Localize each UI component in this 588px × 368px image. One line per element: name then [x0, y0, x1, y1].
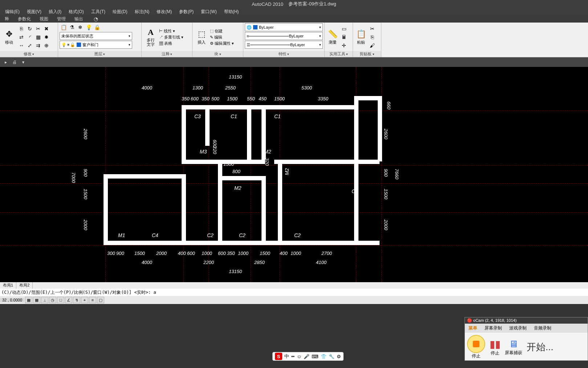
mleader-button[interactable]: ↗ 多重引线 ▾ [159, 35, 183, 40]
copy-clip-icon[interactable]: ⎘ [368, 33, 376, 41]
panel-props-label[interactable]: 特性 [243, 51, 324, 57]
ocam-stop-button[interactable]: 停止 [467, 335, 485, 359]
layout-tab-2[interactable]: 布局2 [16, 282, 33, 289]
stretch-icon[interactable]: ↔ [17, 41, 25, 49]
lwt-icon[interactable]: ≡ [89, 297, 96, 303]
edit-attr-button[interactable]: ⚙ 编辑属性 ▾ [210, 41, 234, 46]
menu-tools[interactable]: 工具(T) [88, 8, 109, 16]
ocam-pause-button[interactable]: ▮▮ 停止 [490, 338, 500, 356]
osnap-icon[interactable]: □ [57, 297, 64, 303]
ime-punct-icon[interactable]: •• [291, 354, 295, 359]
ocam-tab-menu[interactable]: 菜单 [465, 324, 481, 333]
ime-keyboard-icon[interactable]: ⌨ [312, 354, 319, 359]
lineweight-combo[interactable]: ☰ ByLayer▾ [245, 41, 323, 49]
snap-icon[interactable]: ▦ [25, 297, 32, 303]
layer-state-combo[interactable]: 未保存的图层状态▾ [60, 32, 132, 40]
menu-window[interactable]: 窗口(W) [197, 8, 220, 16]
menu-modify[interactable]: 修改(M) [153, 8, 175, 16]
rtab-more-icon[interactable]: ◔ [91, 15, 101, 23]
panel-util-label[interactable]: 实用工具 [325, 51, 353, 57]
linear-button[interactable]: ⊢ 线性 ▾ [159, 28, 183, 34]
fillet-icon[interactable]: ◜ [26, 33, 34, 41]
create-block-button[interactable]: ⬚ 创建 [210, 28, 234, 34]
rtab-4[interactable]: 输出 [70, 15, 88, 23]
panel-clip-label[interactable]: 剪贴板 [353, 51, 381, 57]
drawing-area[interactable]: 13150 4000 1300 2550 5300 350 600 350 50… [0, 67, 588, 282]
layout-tab-1[interactable]: 布局1 [0, 282, 16, 289]
menu-help[interactable]: 帮助(H) [220, 8, 243, 16]
offset-icon[interactable]: ⇉ [34, 41, 42, 49]
array-icon[interactable]: ▦ [34, 33, 42, 41]
ocam-capture-button[interactable]: 🖥 屏幕捕获 [505, 339, 522, 356]
point-icon[interactable]: ✛ [340, 41, 348, 49]
ocam-tab-game[interactable]: 游戏录制 [506, 324, 530, 333]
panel-layer-label[interactable]: 图层 [58, 51, 141, 57]
ortho-icon[interactable]: ⟂ [41, 297, 48, 303]
color-combo[interactable]: 🌐 ByLayer▾ [245, 23, 323, 31]
menu-draw[interactable]: 绘图(D) [109, 8, 131, 16]
paste-button[interactable]: 📋 粘贴 [354, 24, 368, 50]
ime-toolbar[interactable]: S 中 •• ☺ 🎤 ⌨ 👕 🔧 ⚙ [272, 352, 344, 361]
command-line[interactable]: (C)/动态(D)/范围(E)/上一个(P)/比例(S)/窗口(W)/对象(O)… [0, 289, 588, 296]
trim-icon[interactable]: ✂ [34, 25, 42, 33]
table-button[interactable]: ▦ 表格 [159, 41, 183, 46]
ime-mic-icon[interactable]: 🎤 [304, 354, 309, 359]
sogou-icon[interactable]: S [275, 353, 282, 360]
ime-toolbox-icon[interactable]: 🔧 [329, 354, 334, 359]
mtext-button[interactable]: A 多行 文字 [143, 24, 158, 50]
menu-insert[interactable]: 插入(I) [45, 8, 65, 16]
measure-button[interactable]: 📏 测量 [326, 24, 339, 50]
rotate-icon[interactable]: ↻ [26, 25, 34, 33]
menu-view[interactable]: 视图(V) [23, 8, 45, 16]
polar-icon[interactable]: ◷ [49, 297, 56, 303]
dyn-icon[interactable]: + [81, 297, 88, 303]
panel-modify-label[interactable]: 修改 [0, 51, 58, 57]
ime-emoji-icon[interactable]: ☺ [297, 354, 301, 359]
ime-skin-icon[interactable]: 👕 [321, 354, 327, 359]
layer-lock-icon[interactable]: 🔒 [93, 23, 101, 31]
layer-freeze-icon[interactable]: ❄ [76, 23, 84, 31]
cut-icon[interactable]: ✂ [368, 25, 376, 33]
copy-icon[interactable]: ⎘ [17, 25, 25, 33]
match-icon[interactable]: 🖌 [368, 41, 376, 49]
linetype-combo[interactable]: ≡ ByLayer▾ [245, 32, 323, 40]
menu-params[interactable]: 参数(P) [175, 8, 197, 16]
ocam-title[interactable]: 🔴 oCam (2, 4, 1918, 1014) [465, 317, 588, 324]
layer-filter-icon[interactable]: ⚗ [68, 23, 76, 31]
edit-block-button[interactable]: ✎ 编辑 [210, 35, 234, 40]
qp-icon[interactable]: ▢ [97, 297, 104, 303]
panel-anno-label[interactable]: 注释 [142, 51, 192, 57]
layer-current-combo[interactable]: 💡 ☀ 🔓 窗户和门▾ [60, 41, 132, 49]
grid-icon[interactable]: ▦ [33, 297, 40, 303]
mirror-icon[interactable]: ⇄ [17, 33, 25, 41]
insert-button[interactable]: ⬚ 插入 [194, 24, 209, 50]
rtab-3[interactable]: 管理 [53, 15, 70, 23]
move-button[interactable]: ✥ 移动 [1, 24, 17, 50]
ime-settings-icon[interactable]: ⚙ [337, 354, 341, 359]
ocam-window[interactable]: 🔴 oCam (2, 4, 1918, 1014) 菜单 屏幕录制 游戏录制 音… [465, 317, 588, 361]
ocam-tab-screen[interactable]: 屏幕录制 [481, 324, 506, 333]
rtab-0[interactable]: 释 [0, 15, 13, 23]
qat-print-icon[interactable]: 🖨 [11, 59, 18, 66]
quickcalc-icon[interactable]: 🖩 [340, 33, 348, 41]
layer-props-icon[interactable]: 📋 [60, 23, 68, 31]
explode-icon[interactable]: ✸ [42, 33, 50, 41]
color-swatch [253, 25, 257, 29]
ducs-icon[interactable]: ↯ [73, 297, 80, 303]
rtab-1[interactable]: 参数化 [13, 15, 35, 23]
ocam-tab-audio[interactable]: 音频录制 [530, 324, 555, 333]
menu-format[interactable]: 格式(O) [65, 8, 87, 16]
join-icon[interactable]: ⊕ [42, 41, 50, 49]
menu-edit[interactable]: 编辑(E) [1, 8, 23, 16]
select-icon[interactable]: ▭ [340, 25, 348, 33]
rtab-2[interactable]: 视图 [35, 15, 53, 23]
layer-off-icon[interactable]: 💡 [85, 23, 93, 31]
otrack-icon[interactable]: ∠ [65, 297, 72, 303]
ime-lang[interactable]: 中 [284, 353, 289, 360]
qat-dropdown-icon[interactable]: ▾ [20, 59, 27, 66]
scale-icon[interactable]: ⤢ [26, 41, 34, 49]
qat-nav-icon[interactable]: ▸ [2, 59, 9, 66]
erase-icon[interactable]: ✖ [42, 25, 50, 33]
panel-block-label[interactable]: 块 [192, 51, 243, 57]
menu-dim[interactable]: 标注(N) [131, 8, 153, 16]
